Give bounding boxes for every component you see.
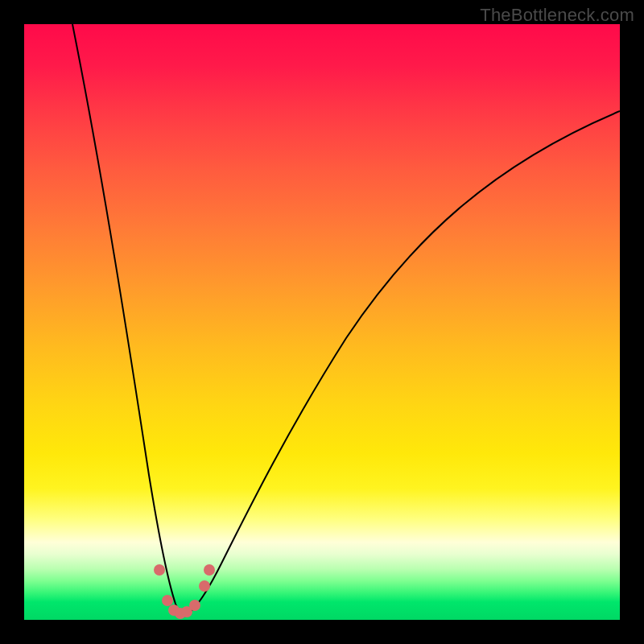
chart-frame: TheBottleneck.com: [0, 0, 644, 644]
marker-dot: [199, 580, 210, 592]
marker-dot: [162, 595, 173, 606]
marker-dot: [154, 564, 165, 576]
curve-right-branch: [185, 111, 620, 615]
plot-area: [24, 24, 620, 620]
bottleneck-curve-svg: [24, 24, 620, 620]
branding-watermark: TheBottleneck.com: [480, 5, 634, 26]
marker-dot: [204, 564, 215, 576]
curve-left-branch: [72, 24, 185, 615]
marker-dot: [189, 600, 200, 611]
